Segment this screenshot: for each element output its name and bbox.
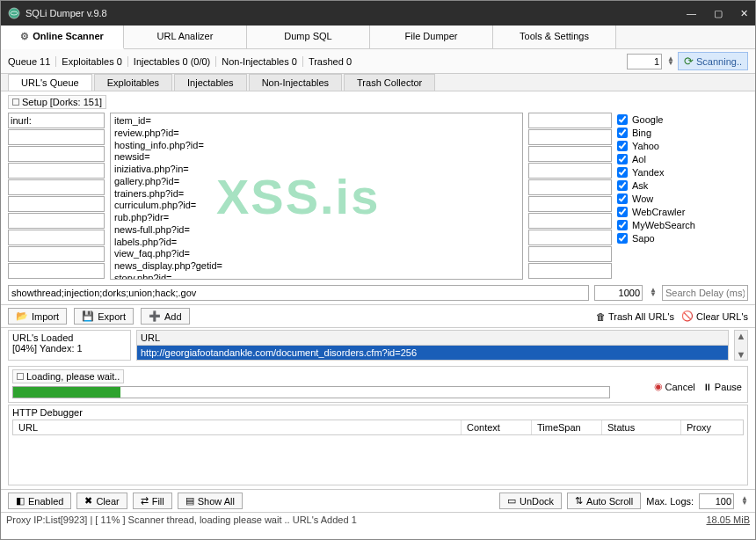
url-table-header[interactable]: URL [137, 331, 728, 346]
dork-list[interactable]: XSS.is item_id=review.php?id=hosting_inf… [110, 113, 523, 280]
showall-button[interactable]: ▤Show All [178, 493, 243, 509]
tab-online-scanner[interactable]: ⚙Online Scanner [1, 26, 124, 49]
fill-button[interactable]: ⇄Fill [133, 493, 172, 509]
tab-url-analizer[interactable]: URL Analizer [124, 26, 247, 48]
col-proxy[interactable]: Proxy [681, 420, 743, 434]
engine-yandex-check[interactable] [617, 167, 628, 178]
extra-input-1[interactable] [528, 129, 612, 145]
threads-spinner[interactable]: ▲▼ [667, 57, 674, 66]
extra-input-4[interactable] [528, 179, 612, 195]
maxlogs-input[interactable] [699, 493, 734, 509]
extra-input-2[interactable] [528, 146, 612, 162]
inurl-input-7[interactable] [8, 230, 105, 245]
dork-line[interactable]: labels.php?id= [114, 237, 519, 249]
col-timespan[interactable]: TimeSpan [532, 420, 602, 434]
engine-ask[interactable]: Ask [617, 180, 695, 191]
dork-line[interactable]: newsid= [114, 151, 519, 164]
engine-yahoo-check[interactable] [617, 141, 628, 151]
engine-webcrawler-check[interactable] [617, 207, 628, 217]
dork-line[interactable]: hosting_info.php?id= [114, 140, 519, 152]
dork-line[interactable]: rub.php?idr= [114, 212, 519, 224]
threads-input[interactable] [627, 54, 662, 69]
col-context[interactable]: Context [462, 420, 532, 434]
tab-file-dumper[interactable]: File Dumper [370, 26, 493, 48]
inurl-input-9[interactable] [8, 263, 105, 279]
engine-aol-check[interactable] [617, 154, 628, 164]
subtab-noninjectables[interactable]: Non-Injectables [249, 74, 342, 91]
maxlogs-label: Max. Logs: [646, 496, 694, 507]
inurl-input-4[interactable] [8, 179, 105, 195]
dork-line[interactable]: trainers.php?id= [114, 188, 519, 201]
url-scrollbar[interactable]: ▲▼ [734, 330, 748, 361]
scanning-button[interactable]: ⟳Scanning.. [678, 52, 748, 70]
subtab-exploitables[interactable]: Exploitables [94, 74, 172, 91]
subtab-urls-queue[interactable]: URL's Queue [8, 74, 92, 91]
add-button[interactable]: ➕Add [141, 308, 190, 325]
tab-dump-sql[interactable]: Dump SQL [247, 26, 370, 48]
dork-line[interactable]: view_faq.php?id= [114, 248, 519, 260]
export-button[interactable]: 💾Export [74, 308, 134, 325]
engine-ask-check[interactable] [617, 180, 628, 191]
engine-sapo[interactable]: Sapo [617, 233, 695, 244]
enabled-button[interactable]: ◧Enabled [8, 493, 71, 509]
dork-line[interactable]: news-full.php?id= [114, 224, 519, 237]
engine-yandex[interactable]: Yandex [617, 167, 695, 178]
engine-bing[interactable]: Bing [617, 128, 695, 138]
dork-line[interactable]: news_display.php?getid= [114, 260, 519, 273]
engine-wow-check[interactable] [617, 193, 628, 204]
close-button[interactable]: ✕ [740, 8, 748, 19]
inurl-input-2[interactable] [8, 146, 105, 162]
engine-bing-check[interactable] [617, 128, 628, 138]
extra-input-8[interactable] [528, 246, 612, 262]
pause-button[interactable]: ⏸Pause [702, 382, 742, 392]
engine-mywebsearch-check[interactable] [617, 220, 628, 230]
col-status[interactable]: Status [602, 420, 681, 434]
clear-urls-button[interactable]: 🚫Clear URL's [681, 310, 748, 322]
autoscroll-button[interactable]: ⇅Auto Scroll [567, 493, 641, 509]
filter-input[interactable] [8, 285, 589, 301]
inurl-input-3[interactable] [8, 163, 105, 179]
subtab-injectables[interactable]: Injectables [174, 74, 247, 91]
extra-input-7[interactable] [528, 230, 612, 245]
search-delay-input[interactable] [662, 285, 748, 301]
results-count-input[interactable] [594, 285, 643, 301]
dork-line[interactable]: curriculum.php?id= [114, 200, 519, 212]
dork-line[interactable]: review.php?id= [114, 128, 519, 140]
import-button[interactable]: 📂Import [8, 308, 67, 325]
url-table-row[interactable]: http://georgiafootandankle.com/document_… [137, 346, 728, 360]
setup-group-label[interactable]: Setup [Dorks: 151] [8, 95, 106, 109]
inurl-input-5[interactable] [8, 196, 105, 212]
engine-wow[interactable]: Wow [617, 193, 695, 204]
clear-button[interactable]: ✖Clear [76, 493, 127, 509]
undock-button[interactable]: ▭UnDock [499, 493, 562, 509]
col-url[interactable]: URL [13, 420, 462, 434]
dork-line[interactable]: iniziativa.php?in= [114, 164, 519, 176]
inurl-input-0[interactable] [8, 113, 105, 128]
engine-google[interactable]: Google [617, 114, 695, 125]
subtab-trash[interactable]: Trash Collector [344, 74, 435, 91]
minimize-button[interactable]: — [687, 8, 696, 19]
engine-aol[interactable]: Aol [617, 154, 695, 164]
trash-all-button[interactable]: 🗑Trash All URL's [596, 310, 674, 322]
dork-line[interactable]: story.php?id= [114, 273, 519, 280]
engine-sapo-check[interactable] [617, 233, 628, 244]
extra-input-9[interactable] [528, 263, 612, 279]
tab-tools-settings[interactable]: Tools & Settings [493, 26, 616, 48]
engine-webcrawler[interactable]: WebCrawler [617, 207, 695, 217]
extra-input-0[interactable] [528, 113, 612, 128]
inurl-input-6[interactable] [8, 213, 105, 229]
maximize-button[interactable]: ▢ [714, 8, 723, 19]
inurl-input-8[interactable] [8, 246, 105, 262]
maxlogs-spinner[interactable]: ▲▼ [741, 497, 748, 506]
dork-line[interactable]: gallery.php?id= [114, 176, 519, 188]
extra-input-5[interactable] [528, 196, 612, 212]
dork-line[interactable]: item_id= [114, 115, 519, 128]
engine-yahoo[interactable]: Yahoo [617, 141, 695, 151]
extra-input-6[interactable] [528, 213, 612, 229]
engine-mywebsearch[interactable]: MyWebSearch [617, 220, 695, 230]
inurl-input-1[interactable] [8, 129, 105, 145]
cancel-button[interactable]: ◉Cancel [654, 381, 695, 392]
results-spinner[interactable]: ▲▼ [650, 288, 657, 297]
engine-google-check[interactable] [617, 114, 628, 125]
extra-input-3[interactable] [528, 163, 612, 179]
